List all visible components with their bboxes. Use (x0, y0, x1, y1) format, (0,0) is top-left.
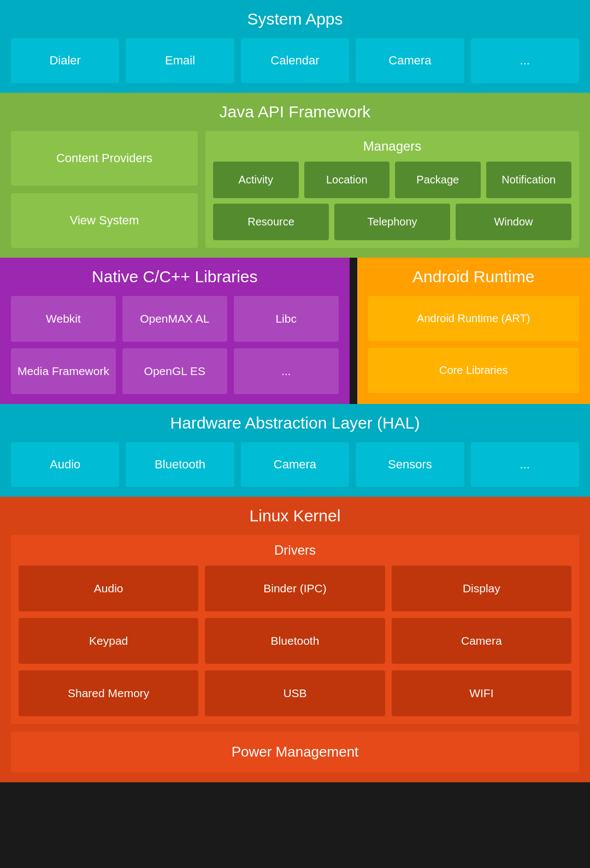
native-cpp-box: Native C/C++ Libraries Webkit OpenMAX AL… (0, 258, 350, 404)
hal-audio[interactable]: Audio (11, 442, 119, 487)
drivers-grid: Audio Binder (IPC) Display Keypad Blueto… (19, 566, 571, 716)
hal-title: Hardware Abstraction Layer (HAL) (11, 414, 579, 432)
native-more[interactable]: ... (234, 348, 339, 394)
java-api-content: Content Providers View System Managers A… (11, 131, 579, 248)
driver-bluetooth[interactable]: Bluetooth (205, 618, 385, 664)
hal-sensors[interactable]: Sensors (356, 442, 464, 487)
driver-display[interactable]: Display (392, 566, 571, 611)
drivers-box: Drivers Audio Binder (IPC) Display Keypa… (11, 535, 579, 724)
content-providers-card[interactable]: Content Providers (11, 131, 198, 186)
manager-location[interactable]: Location (304, 162, 390, 198)
managers-row2: Resource Telephony Window (213, 204, 571, 240)
android-runtime-title: Android Runtime (368, 267, 579, 286)
native-libc[interactable]: Libc (234, 296, 339, 342)
manager-resource[interactable]: Resource (213, 204, 329, 240)
manager-window[interactable]: Window (456, 204, 571, 240)
system-apps-layer: System Apps Dialer Email Calendar Camera… (0, 0, 590, 93)
managers-title: Managers (213, 139, 571, 154)
driver-wifi[interactable]: WIFI (392, 670, 571, 716)
android-runtime-box: Android Runtime Android Runtime (ART) Co… (357, 258, 590, 404)
app-email[interactable]: Email (126, 38, 234, 83)
native-openmax[interactable]: OpenMAX AL (122, 296, 227, 342)
native-grid: Webkit OpenMAX AL Libc Media Framework O… (11, 296, 339, 394)
manager-notification[interactable]: Notification (486, 162, 572, 198)
linux-kernel-title: Linux Kernel (11, 507, 579, 525)
hal-grid: Audio Bluetooth Camera Sensors ... (11, 442, 579, 487)
native-cpp-title: Native C/C++ Libraries (11, 267, 339, 286)
app-calendar[interactable]: Calendar (241, 38, 349, 83)
manager-telephony[interactable]: Telephony (334, 204, 450, 240)
driver-usb[interactable]: USB (205, 670, 385, 716)
hal-camera[interactable]: Camera (241, 442, 349, 487)
java-api-title: Java API Framework (11, 103, 579, 121)
hal-bluetooth[interactable]: Bluetooth (126, 442, 234, 487)
drivers-title: Drivers (19, 543, 571, 558)
hal-layer: Hardware Abstraction Layer (HAL) Audio B… (0, 404, 590, 497)
native-runtime-layer: Native C/C++ Libraries Webkit OpenMAX AL… (0, 258, 590, 404)
hal-more[interactable]: ... (471, 442, 579, 487)
native-opengl[interactable]: OpenGL ES (122, 348, 227, 394)
driver-shared-memory[interactable]: Shared Memory (19, 670, 198, 716)
native-webkit[interactable]: Webkit (11, 296, 116, 342)
java-api-layer: Java API Framework Content Providers Vie… (0, 93, 590, 258)
native-media-framework[interactable]: Media Framework (11, 348, 116, 394)
driver-camera[interactable]: Camera (392, 618, 571, 664)
manager-package[interactable]: Package (395, 162, 481, 198)
manager-activity[interactable]: Activity (213, 162, 299, 198)
linux-kernel-layer: Linux Kernel Drivers Audio Binder (IPC) … (0, 497, 590, 782)
runtime-grid: Android Runtime (ART) Core Libraries (368, 296, 579, 393)
view-system-card[interactable]: View System (11, 193, 198, 248)
driver-keypad[interactable]: Keypad (19, 618, 198, 664)
app-dialer[interactable]: Dialer (11, 38, 119, 83)
managers-row1: Activity Location Package Notification (213, 162, 571, 198)
driver-audio[interactable]: Audio (19, 566, 198, 611)
system-apps-title: System Apps (11, 10, 579, 28)
app-more[interactable]: ... (471, 38, 579, 83)
system-apps-grid: Dialer Email Calendar Camera ... (11, 38, 579, 83)
runtime-core-libraries[interactable]: Core Libraries (368, 348, 579, 393)
app-camera[interactable]: Camera (356, 38, 464, 83)
managers-box: Managers Activity Location Package Notif… (205, 131, 579, 248)
driver-binder[interactable]: Binder (IPC) (205, 566, 385, 611)
runtime-art[interactable]: Android Runtime (ART) (368, 296, 579, 341)
power-management-bar[interactable]: Power Management (11, 732, 579, 772)
java-api-left: Content Providers View System (11, 131, 198, 248)
